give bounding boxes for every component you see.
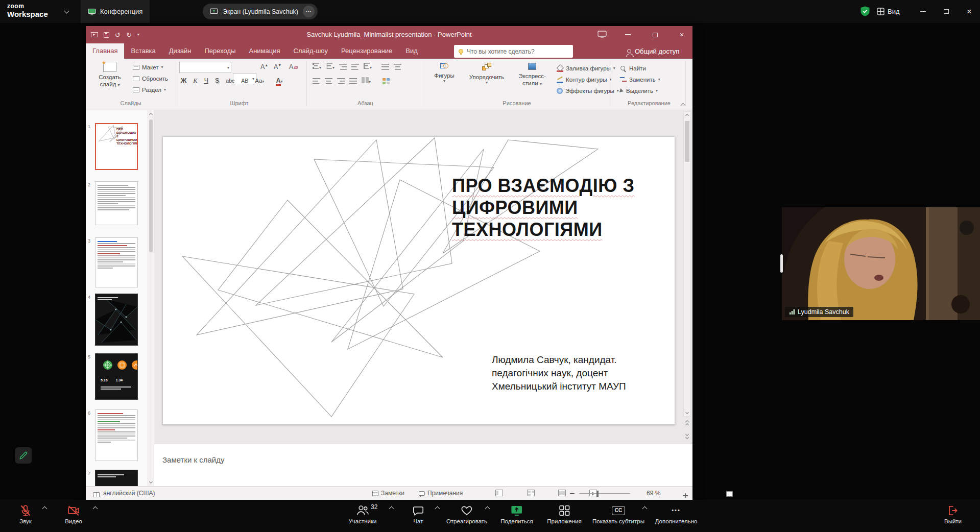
ppt-maximize-button[interactable] — [644, 26, 666, 43]
next-slide-button[interactable] — [683, 433, 691, 439]
slide-title[interactable]: ПРО ВЗАЄМОДІЮ З ЦИФРОВИМИ ТЕХНОЛОГІЯМИ — [452, 175, 677, 240]
bullets-button[interactable]: ▾ — [313, 63, 321, 70]
slide-thumbnail-3[interactable] — [95, 237, 138, 287]
tab-insert[interactable]: Вставка — [124, 43, 162, 59]
thumb-scroll-up-icon[interactable] — [149, 113, 153, 116]
tab-view[interactable]: Вид — [399, 43, 424, 59]
select-button[interactable]: Выделить▾ — [620, 85, 660, 96]
layout-button[interactable]: Макет▾ — [133, 62, 168, 73]
font-color-button[interactable]: А▾ — [276, 77, 282, 84]
collapse-ribbon-chevron-icon[interactable] — [681, 103, 686, 108]
tellme-search[interactable]: Что вы хотите сделать? — [454, 45, 573, 58]
arrange-button[interactable]: Упорядочить ▾ — [465, 63, 509, 85]
text-shadow-button[interactable]: S — [215, 78, 219, 84]
shape-outline-button[interactable]: Контур фигуры▾ — [557, 74, 619, 85]
audio-button[interactable]: Звук — [19, 503, 32, 524]
underline-button[interactable]: Ч — [204, 78, 208, 84]
slide-thumbnail-6[interactable] — [95, 409, 138, 461]
fit-to-window-button[interactable] — [726, 491, 733, 497]
zoom-slider-thumb[interactable] — [596, 491, 599, 497]
align-right-button[interactable] — [337, 78, 345, 84]
line-spacing-button[interactable]: ▾ — [364, 63, 372, 70]
start-slideshow-icon[interactable] — [91, 32, 98, 37]
slide-canvas[interactable]: ПРО ВЗАЄМОДІЮ З ЦИФРОВИМИ ТЕХНОЛОГІЯМИ Л… — [162, 136, 675, 425]
slide-scrollbar[interactable] — [683, 111, 691, 417]
slide-thumbnail-1[interactable]: ПРО ВЗАЄМОДІЮ З ЦИФРОВИМИ ТЕХНОЛОГІЯМИ — [95, 123, 138, 170]
participant-video[interactable]: Lyudmila Savchuk — [782, 207, 980, 320]
scroll-thumb[interactable] — [685, 121, 689, 162]
reset-button[interactable]: Сбросить — [133, 73, 168, 84]
find-button[interactable]: Найти — [620, 63, 660, 74]
undo-ic[interactable]: ↺ — [115, 32, 121, 38]
workspace-menu-chevron-icon[interactable] — [64, 9, 69, 14]
slide-credits[interactable]: Людмила Савчук, кандидат. педагогічних н… — [492, 353, 626, 393]
ppt-minimize-button[interactable] — [617, 26, 638, 43]
strikethrough-button[interactable]: abc — [226, 78, 234, 84]
leave-button[interactable]: Выйти — [944, 503, 962, 524]
columns-button[interactable]: ▾ — [362, 77, 371, 85]
text-direction-button[interactable] — [381, 64, 389, 70]
tab-review[interactable]: Рецензирование — [334, 43, 399, 59]
change-case-button[interactable]: Аа▾ — [255, 77, 264, 84]
zoom-in-button[interactable] — [683, 493, 688, 498]
align-center-button[interactable] — [325, 78, 332, 84]
participants-button[interactable]: 32 Участники — [349, 503, 377, 524]
thumb-scroll-thumb[interactable] — [149, 119, 153, 252]
proofing-icon[interactable] — [93, 492, 100, 497]
tab-transitions[interactable]: Переходы — [198, 43, 243, 59]
view-button[interactable]: Вид — [877, 0, 900, 23]
scroll-up-icon[interactable] — [685, 114, 689, 117]
close-window-button[interactable]: × — [959, 0, 980, 23]
zoom-out-button[interactable] — [570, 493, 575, 494]
slide-thumbnail-2[interactable] — [95, 181, 138, 225]
share-ribbon-button[interactable]: Общий доступ — [627, 43, 679, 59]
bold-button[interactable]: Ж — [181, 78, 186, 84]
new-slide-button[interactable]: ★ Создать слайд ▾ — [92, 62, 128, 88]
share-screen-button[interactable]: Поделиться — [500, 503, 533, 524]
maximize-window-button[interactable] — [936, 0, 957, 23]
replace-button[interactable]: Заменить▾ — [620, 74, 660, 85]
screen-share-pill[interactable]: Экран (Lyudmila Savchuk) ••• — [203, 4, 318, 19]
font-name-combobox[interactable]: ▾ — [179, 62, 231, 73]
apps-button[interactable]: Приложения — [547, 503, 581, 524]
ppt-close-button[interactable]: × — [672, 26, 691, 43]
clear-formatting-button[interactable]: А — [289, 63, 298, 70]
grow-font-button[interactable]: А▲ — [260, 63, 268, 70]
smartart-convert-button[interactable] — [383, 78, 390, 84]
share-pill-more-button[interactable]: ••• — [303, 6, 315, 17]
save-icon[interactable] — [104, 32, 109, 38]
tab-slideshow[interactable]: Слайд-шоу — [287, 43, 334, 59]
language-status[interactable]: английский (США) — [103, 490, 155, 497]
character-spacing-button[interactable]: АВ — [241, 78, 248, 84]
audio-menu-chevron-icon[interactable] — [42, 506, 47, 512]
comments-toggle-button[interactable]: Примечания — [419, 490, 463, 497]
justify-button[interactable] — [349, 78, 357, 84]
slide-thumbnail-4[interactable] — [95, 294, 138, 346]
slide-thumbnail-7[interactable] — [95, 470, 138, 486]
qat-customize-chevron-icon[interactable]: ▾ — [137, 33, 139, 37]
zoom-slider[interactable] — [579, 493, 630, 494]
shapes-button[interactable]: Фигуры ▾ — [426, 63, 463, 83]
thumb-scroll-down-icon[interactable] — [149, 480, 153, 483]
section-button[interactable]: Раздел▾ — [133, 84, 168, 95]
scroll-down-icon[interactable] — [685, 410, 689, 414]
tab-design[interactable]: Дизайн — [162, 43, 198, 59]
minimize-window-button[interactable] — [912, 0, 934, 23]
increase-indent-button[interactable] — [351, 64, 359, 70]
zoom-level[interactable]: 69 % — [647, 490, 660, 497]
more-button[interactable]: ••• Дополнительно — [655, 503, 698, 524]
annotation-button[interactable] — [15, 447, 32, 464]
chat-menu-chevron-icon[interactable] — [435, 506, 440, 512]
slide-thumbnail-5[interactable]: 5.16 1.34 — [95, 353, 138, 400]
previous-slide-button[interactable] — [683, 421, 691, 426]
numbering-button[interactable]: ▾ — [326, 63, 334, 70]
notes-toggle-button[interactable]: Заметки — [372, 490, 404, 497]
shape-effects-button[interactable]: Эффекты фигуры▾ — [557, 85, 619, 96]
align-left-button[interactable] — [313, 78, 320, 84]
react-button[interactable]: Отреагировать — [446, 503, 487, 524]
reading-view-button[interactable] — [558, 490, 566, 496]
video-menu-chevron-icon[interactable] — [93, 506, 98, 512]
redo-ic[interactable]: ↻ — [126, 32, 132, 38]
participants-menu-chevron-icon[interactable] — [389, 506, 394, 512]
tab-animations[interactable]: Анимация — [243, 43, 287, 59]
